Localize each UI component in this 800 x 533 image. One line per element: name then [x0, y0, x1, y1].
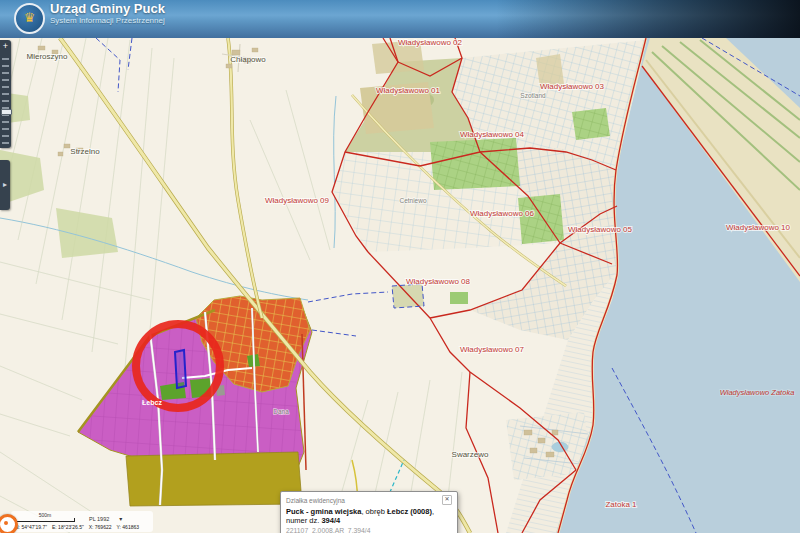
layers-panel-toggle-tab[interactable]: ▸ — [0, 160, 10, 210]
parcel-info-popup: Działka ewidencyjna ✕ Puck - gmina wiejs… — [280, 491, 458, 533]
panel-tab-arrow-icon: ▸ — [3, 180, 7, 189]
chevron-down-icon[interactable]: ▾ — [119, 515, 122, 522]
coordinate-y: Y: 461863 — [117, 524, 140, 530]
zoom-slider[interactable]: + — [0, 40, 11, 148]
district-label-w08: Władysławowo 08 — [406, 277, 471, 286]
scale-bar: 500m — [15, 513, 75, 522]
geoportal-badge-icon[interactable] — [0, 514, 18, 533]
parcel-number: 394/4 — [321, 516, 340, 525]
app-title: Urząd Gminy Puck — [50, 1, 165, 16]
village-label-chlapowo: Chłapowo — [230, 55, 266, 64]
bay-label-wladyslawowo-zatoka: Władysławowo Zatoka — [720, 388, 795, 397]
parcel-id: 221107_2.0008.AR_7.394/4 — [286, 527, 452, 533]
coordinate-x: X: 769622 — [89, 524, 112, 530]
bay-label-zatoka-1: Zatoka 1 — [605, 500, 637, 509]
coordinates-readout: N: 54°47'19.7" E: 18°23'26.5" X: 769622 … — [15, 524, 149, 530]
district-label-w03: Władysławowo 03 — [540, 82, 605, 91]
district-label-w01: Władysławowo 01 — [376, 86, 441, 95]
map-canvas[interactable]: Władysławowo 02 Władysławowo 01 Władysła… — [0, 0, 800, 533]
zoom-in-button[interactable]: + — [0, 41, 11, 51]
district-label-w07: Władysławowo 07 — [460, 345, 525, 354]
district-label-w06: Władysławowo 06 — [470, 209, 535, 218]
district-label-w02: Władysławowo 02 — [398, 38, 463, 47]
zoom-slider-track[interactable] — [2, 53, 9, 145]
parcel-obreb: Łebcz (0008) — [387, 507, 432, 516]
hamlet-label-dana: Dana — [273, 408, 289, 415]
coordinate-n: N: 54°47'19.7" — [15, 524, 47, 530]
gmina-puck-crest-logo: ♛ — [14, 3, 45, 34]
gis-application-window: Władysławowo 02 Władysławowo 01 Władysła… — [0, 0, 800, 533]
app-header: ♛ Urząd Gminy Puck System Informacji Prz… — [0, 0, 800, 38]
village-label-lebcz: Łebcz — [142, 399, 162, 406]
app-titles: Urząd Gminy Puck System Informacji Przes… — [50, 1, 165, 25]
district-label-w04: Władysławowo 04 — [460, 130, 525, 139]
hamlet-label-cetniewo: Cetniewo — [399, 197, 426, 204]
parcel-description: Puck - gmina wiejska, obręb Łebcz (0008)… — [286, 507, 452, 526]
district-label-w10: Władysławowo 10 — [726, 223, 791, 232]
village-label-mieroszyno: Mieroszyno — [27, 52, 68, 61]
crs-selector[interactable]: PL 1992 — [89, 516, 109, 522]
app-subtitle: System Informacji Przestrzennej — [50, 16, 165, 25]
selected-parcel-394-4[interactable] — [175, 350, 186, 388]
popup-title: Działka ewidencyjna — [286, 497, 345, 504]
district-label-w05: Władysławowo 05 — [568, 225, 633, 234]
close-icon[interactable]: ✕ — [442, 495, 452, 505]
village-label-swarzewo: Swarzewo — [452, 450, 489, 459]
zoom-slider-handle[interactable] — [1, 109, 12, 115]
district-label-w09: Władysławowo 09 — [265, 196, 330, 205]
map-statusbar: 500m PL 1992 ▾ N: 54°47'19.7" E: 18°23'2… — [11, 511, 153, 532]
parcel-gmina: Puck - gmina wiejska — [286, 507, 361, 516]
hamlet-label-szotland: Szotland — [520, 92, 546, 99]
parcel-sep1: , obręb — [361, 507, 386, 516]
village-label-strzelno: Strzelno — [70, 147, 100, 156]
coordinate-e: E: 18°23'26.5" — [52, 524, 84, 530]
